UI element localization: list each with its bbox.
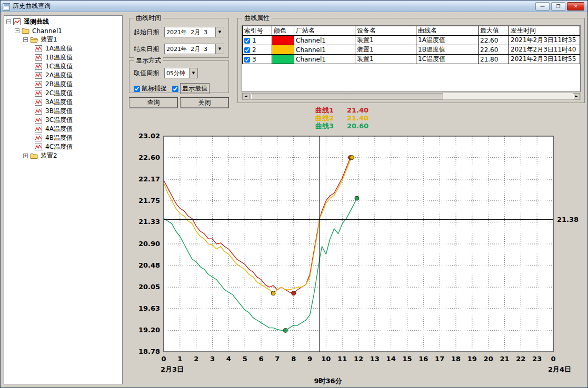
tree-leaf-2B温度值[interactable]: 2B温度值: [4, 80, 122, 89]
minimize-button[interactable]: —: [535, 2, 550, 11]
tree-node-device2[interactable]: +装置2: [4, 151, 122, 160]
legend-label: 曲线2: [315, 114, 338, 122]
tree-leaf-1A温度值[interactable]: 1A温度值: [4, 44, 122, 53]
tree-leaf-1B温度值[interactable]: 1B温度值: [4, 53, 122, 62]
history-curve-chart[interactable]: 0123456789101112131415161718192021222302…: [132, 131, 585, 387]
tree-leaf-4C温度值[interactable]: 4C温度值: [4, 142, 122, 151]
show-extreme-checkbox[interactable]: [172, 86, 178, 92]
tree-label: 2C温度值: [45, 89, 73, 98]
cell-device: 装置1: [355, 55, 416, 64]
curve-icon: [35, 126, 43, 132]
tree-label: 2A温度值: [45, 71, 73, 80]
tree-leaf-1C温度值[interactable]: 1C温度值: [4, 62, 122, 71]
display-mode-title: 显示方式: [134, 57, 163, 64]
start-date-label: 起始日期: [134, 28, 164, 37]
tree-leaf-3C温度值[interactable]: 3C温度值: [4, 116, 122, 125]
svg-text:8: 8: [291, 355, 296, 363]
collapse-icon[interactable]: −: [15, 28, 19, 33]
scroll-left-icon[interactable]: ◄: [242, 93, 250, 99]
tree-label: 装置2: [41, 151, 57, 160]
cell-index: 3: [243, 55, 272, 64]
svg-text:12: 12: [354, 355, 363, 363]
close-button[interactable]: ✕: [567, 2, 584, 11]
curve-attr-table-wrap: 索引号颜色厂站名设备名曲线名最大值发生时间 1Channel1装置11A温度值2…: [242, 25, 581, 92]
tree-label: Channel1: [32, 27, 62, 35]
query-button[interactable]: 查询: [129, 97, 178, 108]
tree-leaf-3A温度值[interactable]: 3A温度值: [4, 98, 122, 107]
maximize-button[interactable]: ❐: [551, 2, 565, 11]
svg-text:18: 18: [451, 355, 461, 363]
tree-leaf-4B温度值[interactable]: 4B温度值: [4, 134, 122, 142]
display-mode-groupbox: 显示方式 取值周期 05分钟 ▼ 鼠标捕捉 显示最值: [129, 60, 229, 93]
end-date-combo[interactable]: 2021年 2月 3 ▼: [164, 44, 224, 54]
tree-label: 4B温度值: [45, 134, 73, 142]
legend-value: 20.60: [347, 122, 368, 130]
show-extreme-option[interactable]: 显示最值: [172, 83, 210, 94]
collapse-icon[interactable]: −: [23, 37, 28, 42]
legend-label: 曲线1: [315, 106, 338, 114]
scrollbar-thumb[interactable]: ···: [251, 93, 443, 99]
horizontal-scrollbar[interactable]: ◄ ··· ►: [242, 93, 581, 100]
color-swatch: [272, 55, 294, 64]
svg-text:6: 6: [258, 355, 263, 363]
svg-text:20: 20: [484, 355, 493, 363]
folder-open-icon: [30, 36, 38, 43]
tree-leaf-2A温度值[interactable]: 2A温度值: [4, 71, 122, 80]
tree-label: 3C温度值: [45, 116, 73, 125]
table-row: 3Channel1装置11C温度值21.802021年2月3日11时55: [243, 55, 580, 64]
collapse-icon[interactable]: −: [6, 19, 11, 24]
svg-text:18.78: 18.78: [138, 348, 160, 355]
curve-tree: −遥测曲线−Channel1−装置11A温度值1B温度值1C温度值2A温度值2B…: [4, 17, 122, 160]
legend-row: 曲线320.60: [315, 122, 368, 130]
mouse-capture-checkbox[interactable]: [134, 86, 140, 92]
close-dialog-button[interactable]: 关闭: [180, 97, 229, 108]
svg-text:7: 7: [275, 355, 280, 363]
title-bar[interactable]: 历史曲线查询 — ❐ ✕: [1, 1, 587, 12]
tree-leaf-4A温度值[interactable]: 4A温度值: [4, 125, 122, 134]
period-label: 取值周期: [134, 69, 164, 78]
svg-text:2月4日: 2月4日: [548, 365, 571, 373]
tree-leaf-3B温度值[interactable]: 3B温度值: [4, 107, 122, 116]
row-checkbox[interactable]: [244, 57, 250, 63]
period-combo[interactable]: 05分钟 ▼: [164, 68, 198, 78]
scroll-right-icon[interactable]: ►: [573, 93, 580, 99]
tree-leaf-2C温度值[interactable]: 2C温度值: [4, 89, 122, 98]
expand-icon[interactable]: +: [23, 154, 28, 158]
cell-index: 1: [243, 36, 272, 45]
app-icon: [3, 3, 10, 10]
svg-text:9: 9: [307, 355, 312, 363]
show-extreme-label: 显示最值: [180, 83, 210, 94]
legend-label: 曲线3: [315, 122, 338, 130]
tree-node-device1[interactable]: −装置1: [4, 35, 122, 44]
chevron-down-icon[interactable]: ▼: [189, 68, 197, 78]
svg-text:22.60: 22.60: [138, 154, 160, 161]
curve-icon: [35, 72, 43, 79]
cell-station: Channel1: [294, 55, 355, 64]
tree-label: 1C温度值: [45, 62, 73, 71]
cell-station: Channel1: [294, 36, 355, 45]
chevron-down-icon[interactable]: ▼: [215, 27, 224, 37]
curve-legend: 曲线121.40曲线221.40曲线320.60: [315, 106, 368, 130]
tree-root-telemetry-curves[interactable]: −遥测曲线: [4, 17, 122, 26]
column-header: 索引号: [243, 26, 272, 36]
svg-text:23.02: 23.02: [138, 132, 160, 140]
svg-text:19.63: 19.63: [138, 304, 160, 312]
tree-node-channel1[interactable]: −Channel1: [4, 26, 122, 35]
svg-text:19: 19: [467, 355, 477, 363]
row-checkbox[interactable]: [244, 47, 250, 53]
tree-label: 3A温度值: [45, 98, 73, 107]
start-date-combo[interactable]: 2021年 2月 3 ▼: [164, 27, 224, 37]
cell-max-value: 22.60: [479, 45, 509, 55]
window-title: 历史曲线查询: [13, 2, 51, 11]
chevron-down-icon[interactable]: ▼: [215, 44, 224, 54]
curve-icon: [35, 144, 43, 150]
row-checkbox[interactable]: [244, 38, 250, 44]
svg-text:2月3日: 2月3日: [161, 365, 184, 373]
svg-text:5: 5: [243, 355, 247, 363]
legend-value: 21.40: [347, 114, 368, 122]
cell-curve-name: 1C温度值: [416, 55, 479, 64]
tree-label: 4A温度值: [45, 125, 73, 134]
tree-label: 遥测曲线: [24, 17, 49, 26]
mouse-capture-option[interactable]: 鼠标捕捉: [134, 84, 167, 93]
curve-attr-groupbox: 曲线属性 索引号颜色厂站名设备名曲线名最大值发生时间 1Channel1装置11…: [237, 18, 585, 103]
